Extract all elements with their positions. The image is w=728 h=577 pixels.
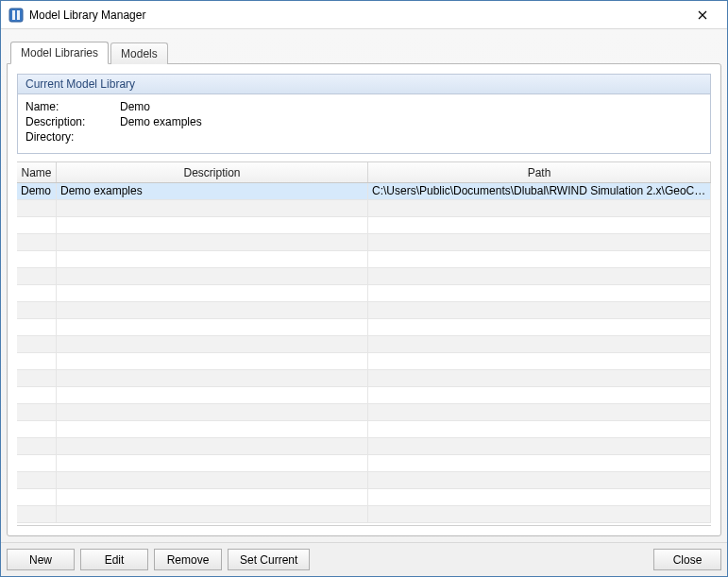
svg-rect-1: [12, 10, 15, 20]
table-row[interactable]: [17, 506, 711, 523]
table-row[interactable]: DemoDemo examplesC:\Users\Public\Documen…: [17, 183, 711, 200]
grid-body[interactable]: DemoDemo examplesC:\Users\Public\Documen…: [17, 183, 711, 525]
new-button[interactable]: New: [7, 549, 75, 570]
svg-rect-0: [9, 8, 23, 22]
app-icon: [8, 8, 24, 23]
table-row[interactable]: [17, 455, 711, 472]
value-description: Demo examples: [120, 115, 202, 128]
cell-name: Demo: [17, 183, 57, 200]
tab-models[interactable]: Models: [110, 42, 168, 64]
table-row[interactable]: [17, 404, 711, 421]
edit-button[interactable]: Edit: [80, 549, 148, 570]
cell-path: C:\Users\Public\Documents\Dlubal\RWIND S…: [368, 183, 711, 200]
table-row[interactable]: [17, 387, 711, 404]
table-row[interactable]: [17, 353, 711, 370]
grid-header: Name Description Path: [17, 162, 711, 183]
tab-panel-model-libraries: Current Model Library Name: Demo Descrip…: [7, 63, 721, 536]
close-icon[interactable]: [684, 2, 721, 28]
table-row[interactable]: [17, 438, 711, 455]
table-row[interactable]: [17, 370, 711, 387]
set-current-button[interactable]: Set Current: [228, 549, 310, 570]
table-row[interactable]: [17, 268, 711, 285]
label-directory: Directory:: [25, 130, 120, 144]
table-row[interactable]: [17, 302, 711, 319]
value-name: Demo: [120, 100, 150, 113]
table-row[interactable]: [17, 489, 711, 506]
window-title: Model Library Manager: [29, 8, 684, 22]
libraries-grid: Name Description Path DemoDemo examplesC…: [17, 161, 711, 526]
tabstrip: Model Libraries Models: [7, 41, 721, 63]
titlebar: Model Library Manager: [1, 1, 727, 29]
dialog-body: Model Libraries Models Current Model Lib…: [1, 29, 727, 542]
table-row[interactable]: [17, 200, 711, 217]
table-row[interactable]: [17, 421, 711, 438]
table-row[interactable]: [17, 472, 711, 489]
table-row[interactable]: [17, 217, 711, 234]
cell-description: Demo examples: [57, 183, 368, 200]
svg-rect-2: [17, 10, 20, 20]
column-header-path[interactable]: Path: [368, 162, 711, 182]
table-row[interactable]: [17, 234, 711, 251]
table-row[interactable]: [17, 285, 711, 302]
table-row[interactable]: [17, 319, 711, 336]
table-row[interactable]: [17, 336, 711, 353]
table-row[interactable]: [17, 251, 711, 268]
close-button[interactable]: Close: [653, 549, 721, 570]
remove-button[interactable]: Remove: [154, 549, 222, 570]
label-name: Name:: [25, 100, 120, 113]
current-library-heading: Current Model Library: [18, 75, 710, 94]
column-header-name[interactable]: Name: [17, 162, 57, 182]
dialog-window: Model Library Manager Model Libraries Mo…: [0, 0, 728, 577]
button-row: New Edit Remove Set Current Close: [1, 542, 727, 576]
tab-model-libraries[interactable]: Model Libraries: [10, 42, 109, 64]
label-description: Description:: [25, 115, 120, 128]
current-library-group: Current Model Library Name: Demo Descrip…: [17, 74, 711, 154]
column-header-description[interactable]: Description: [57, 162, 368, 182]
